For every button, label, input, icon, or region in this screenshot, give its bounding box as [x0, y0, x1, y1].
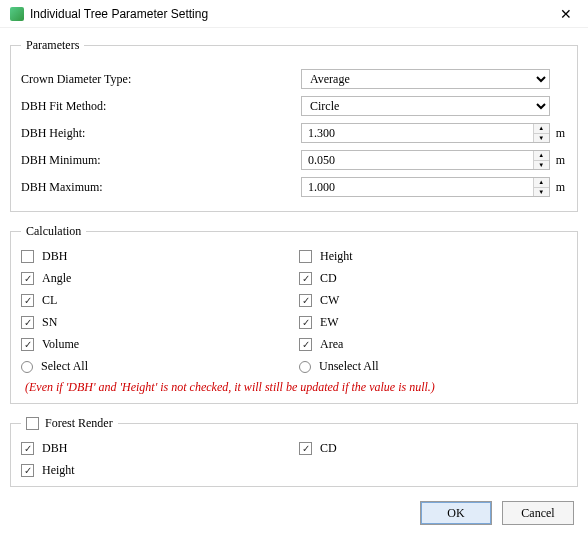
calc-checkbox-dbh[interactable]: DBH	[21, 249, 289, 264]
forest-render-label: DBH	[42, 441, 67, 456]
checkbox-icon	[21, 338, 34, 351]
cancel-button[interactable]: Cancel	[502, 501, 574, 525]
close-icon[interactable]: ✕	[554, 4, 578, 24]
calc-label: CD	[320, 271, 337, 286]
unselect-all-label: Unselect All	[319, 359, 379, 374]
radio-icon	[299, 361, 311, 373]
calc-checkbox-volume[interactable]: Volume	[21, 337, 289, 352]
chevron-up-icon[interactable]: ▲	[534, 178, 549, 188]
dbh-minimum-input[interactable]: ▲▼	[301, 150, 550, 170]
dbh-minimum-label: DBH Minimum:	[21, 153, 301, 168]
ok-button[interactable]: OK	[420, 501, 492, 525]
dbh-height-label: DBH Height:	[21, 126, 301, 141]
dbh-maximum-input[interactable]: ▲▼	[301, 177, 550, 197]
window-title: Individual Tree Parameter Setting	[30, 7, 208, 21]
checkbox-icon	[21, 316, 34, 329]
checkbox-icon	[21, 464, 34, 477]
calc-label: DBH	[42, 249, 67, 264]
parameters-legend: Parameters	[21, 38, 84, 53]
chevron-up-icon[interactable]: ▲	[534, 151, 549, 161]
dbh-fit-method-label: DBH Fit Method:	[21, 99, 301, 114]
radio-icon	[21, 361, 33, 373]
calc-label: SN	[42, 315, 57, 330]
crown-diameter-type-select[interactable]: Average	[301, 69, 550, 89]
forest-render-checkbox[interactable]	[26, 417, 39, 430]
calc-checkbox-ew[interactable]: EW	[299, 315, 567, 330]
checkbox-icon	[299, 294, 312, 307]
dbh-height-input[interactable]: ▲▼	[301, 123, 550, 143]
dbh-maximum-label: DBH Maximum:	[21, 180, 301, 195]
checkbox-icon	[21, 250, 34, 263]
checkbox-icon	[299, 250, 312, 263]
forest-render-checkbox-height[interactable]: Height	[21, 463, 289, 478]
checkbox-icon	[299, 272, 312, 285]
calculation-legend: Calculation	[21, 224, 86, 239]
calc-label: Volume	[42, 337, 79, 352]
dbh-height-field[interactable]	[302, 124, 533, 142]
calc-label: CL	[42, 293, 57, 308]
unselect-all-radio[interactable]: Unselect All	[299, 359, 567, 374]
forest-render-label: CD	[320, 441, 337, 456]
crown-diameter-type-label: Crown Diameter Type:	[21, 72, 301, 87]
calc-checkbox-cl[interactable]: CL	[21, 293, 289, 308]
parameters-group: Parameters Crown Diameter Type: Average …	[10, 38, 578, 212]
calc-label: Area	[320, 337, 343, 352]
forest-render-checkbox-dbh[interactable]: DBH	[21, 441, 289, 456]
calc-label: Angle	[42, 271, 71, 286]
calc-label: CW	[320, 293, 339, 308]
calculation-group: Calculation DBHHeightAngleCDCLCWSNEWVolu…	[10, 224, 578, 404]
checkbox-icon	[21, 272, 34, 285]
dbh-minimum-unit: m	[556, 153, 567, 168]
calc-checkbox-cw[interactable]: CW	[299, 293, 567, 308]
dbh-minimum-field[interactable]	[302, 151, 533, 169]
select-all-label: Select All	[41, 359, 88, 374]
calc-checkbox-cd[interactable]: CD	[299, 271, 567, 286]
calc-checkbox-height[interactable]: Height	[299, 249, 567, 264]
calculation-note: (Even if 'DBH' and 'Height' is not check…	[21, 380, 567, 395]
calc-checkbox-angle[interactable]: Angle	[21, 271, 289, 286]
calc-label: Height	[320, 249, 353, 264]
forest-render-group: Forest Render DBHCDHeight	[10, 416, 578, 487]
checkbox-icon	[299, 442, 312, 455]
forest-render-label: Height	[42, 463, 75, 478]
checkbox-icon	[299, 316, 312, 329]
chevron-down-icon[interactable]: ▼	[534, 134, 549, 143]
chevron-down-icon[interactable]: ▼	[534, 161, 549, 170]
select-all-radio[interactable]: Select All	[21, 359, 289, 374]
chevron-down-icon[interactable]: ▼	[534, 188, 549, 197]
dbh-maximum-field[interactable]	[302, 178, 533, 196]
checkbox-icon	[299, 338, 312, 351]
calc-label: EW	[320, 315, 339, 330]
checkbox-icon	[21, 294, 34, 307]
app-icon	[10, 7, 24, 21]
checkbox-icon	[21, 442, 34, 455]
dbh-maximum-unit: m	[556, 180, 567, 195]
dbh-height-unit: m	[556, 126, 567, 141]
chevron-up-icon[interactable]: ▲	[534, 124, 549, 134]
forest-render-checkbox-cd[interactable]: CD	[299, 441, 567, 456]
forest-render-legend: Forest Render	[45, 416, 113, 431]
calc-checkbox-area[interactable]: Area	[299, 337, 567, 352]
calc-checkbox-sn[interactable]: SN	[21, 315, 289, 330]
dbh-fit-method-select[interactable]: Circle	[301, 96, 550, 116]
